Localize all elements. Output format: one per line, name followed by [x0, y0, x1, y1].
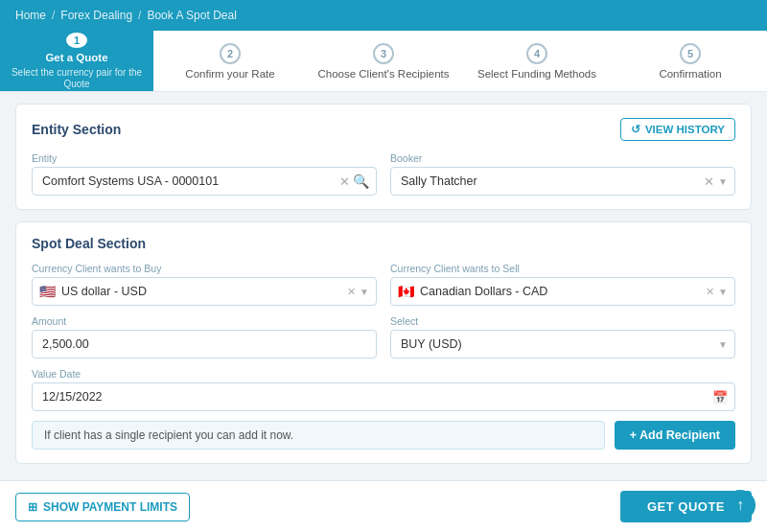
step-2-label: Confirm your Rate	[185, 68, 274, 80]
step-4[interactable]: 4 Select Funding Methods	[460, 31, 614, 91]
sell-flag: 🇨🇦	[398, 284, 414, 299]
breadcrumb-book[interactable]: Book A Spot Deal	[147, 9, 236, 22]
amount-input[interactable]	[32, 330, 377, 359]
limits-icon: ⊞	[28, 500, 37, 514]
view-history-button[interactable]: ↺ VIEW HISTORY	[620, 118, 735, 141]
value-date-row: Value Date 📅	[32, 368, 735, 411]
entity-section-header: Entity Section ↺ VIEW HISTORY	[32, 118, 735, 141]
calendar-icon[interactable]: 📅	[712, 390, 728, 405]
entity-form-row: Entity ✕ 🔍 Booker ✕ ▼	[32, 152, 735, 196]
step-1-sublabel: Select the currency pair for the Quote	[4, 67, 150, 90]
entity-search-icon[interactable]: 🔍	[353, 173, 369, 189]
select-label: Select	[390, 315, 735, 327]
breadcrumb: Home / Forex Dealing / Book A Spot Deal	[15, 9, 237, 22]
step-3[interactable]: 3 Choose Client's Recipients	[307, 31, 460, 91]
main-content: Entity Section ↺ VIEW HISTORY Entity ✕ 🔍…	[0, 92, 767, 475]
spot-deal-title: Spot Deal Section	[32, 236, 146, 251]
sell-currency-arrow-icon[interactable]: ▼	[718, 287, 728, 297]
breadcrumb-sep1: /	[52, 9, 55, 22]
entity-clear-icon[interactable]: ✕	[339, 174, 350, 189]
sell-currency-label: Currency Client wants to Sell	[390, 263, 735, 274]
step-3-circle: 3	[373, 43, 394, 64]
recipient-row: If client has a single recipient you can…	[32, 421, 735, 450]
bottom-bar: ⊞ SHOW PAYMENT LIMITS GET QUOTE	[0, 480, 767, 532]
value-date-label: Value Date	[32, 368, 735, 380]
amount-wrap	[32, 330, 377, 359]
sell-currency-input[interactable]	[390, 277, 735, 306]
buy-currency-label: Currency Client wants to Buy	[32, 263, 377, 274]
select-group: Select BUY (USD) SELL (CAD) ▼	[390, 315, 735, 359]
entity-section-card: Entity Section ↺ VIEW HISTORY Entity ✕ 🔍…	[15, 104, 752, 210]
entity-section-title: Entity Section	[32, 122, 121, 137]
add-recipient-button[interactable]: + Add Recipient	[615, 421, 735, 450]
step-1-label: Get a Quote	[45, 52, 107, 63]
sell-currency-wrap: 🇨🇦 ✕ ▼	[390, 277, 735, 306]
step-5[interactable]: 5 Confirmation	[614, 31, 767, 91]
step-2-circle: 2	[220, 43, 241, 64]
sell-currency-clear-icon[interactable]: ✕	[706, 286, 714, 298]
breadcrumb-home[interactable]: Home	[15, 9, 46, 22]
breadcrumb-sep2: /	[138, 9, 141, 22]
buy-sell-select[interactable]: BUY (USD) SELL (CAD)	[390, 330, 735, 359]
select-wrap: BUY (USD) SELL (CAD) ▼	[390, 330, 735, 359]
amount-label: Amount	[32, 315, 377, 327]
buy-currency-input[interactable]	[32, 277, 377, 306]
buy-currency-group: Currency Client wants to Buy 🇺🇸 ✕ ▼	[32, 263, 377, 306]
step-1-circle: 1	[66, 33, 87, 48]
booker-clear-icon[interactable]: ✕	[704, 174, 714, 189]
booker-label: Booker	[390, 152, 735, 164]
spot-deal-header: Spot Deal Section	[32, 236, 735, 251]
entity-field-group: Entity ✕ 🔍	[32, 152, 377, 196]
add-recipient-label: + Add Recipient	[630, 428, 720, 442]
step-3-label: Choose Client's Recipients	[317, 68, 449, 80]
recipient-hint: If client has a single recipient you can…	[32, 421, 605, 450]
entity-label: Entity	[32, 152, 377, 164]
value-date-group: Value Date 📅	[32, 368, 735, 411]
step-5-label: Confirmation	[659, 68, 721, 80]
scroll-to-top-button[interactable]: ↑	[725, 490, 755, 520]
booker-field-group: Booker ✕ ▼	[390, 152, 735, 196]
step-1[interactable]: 1 Get a Quote Select the currency pair f…	[0, 31, 153, 91]
stepper: 1 Get a Quote Select the currency pair f…	[0, 31, 767, 92]
history-icon: ↺	[631, 123, 640, 136]
get-quote-label: GET QUOTE	[647, 499, 725, 514]
show-payment-limits-button[interactable]: ⊞ SHOW PAYMENT LIMITS	[15, 493, 190, 521]
entity-input[interactable]	[32, 167, 377, 196]
value-date-wrap: 📅	[32, 382, 735, 411]
show-limits-label: SHOW PAYMENT LIMITS	[43, 500, 177, 514]
amount-row: Amount Select BUY (USD) SELL (CAD) ▼	[32, 315, 735, 359]
step-2[interactable]: 2 Confirm your Rate	[153, 31, 307, 91]
entity-input-wrap: ✕ 🔍	[32, 167, 377, 196]
step-4-circle: 4	[526, 43, 547, 64]
topbar: Home / Forex Dealing / Book A Spot Deal	[0, 0, 767, 31]
amount-group: Amount	[32, 315, 377, 359]
value-date-input[interactable]	[32, 382, 735, 411]
step-5-circle: 5	[680, 43, 701, 64]
spot-deal-section-card: Spot Deal Section Currency Client wants …	[15, 221, 752, 464]
buy-currency-wrap: 🇺🇸 ✕ ▼	[32, 277, 377, 306]
currency-row: Currency Client wants to Buy 🇺🇸 ✕ ▼ Curr…	[32, 263, 735, 306]
buy-flag: 🇺🇸	[39, 284, 56, 299]
buy-currency-arrow-icon[interactable]: ▼	[360, 287, 369, 297]
booker-input[interactable]	[390, 167, 735, 196]
buy-currency-clear-icon[interactable]: ✕	[347, 286, 356, 298]
view-history-label: VIEW HISTORY	[645, 124, 725, 135]
booker-input-wrap: ✕ ▼	[390, 167, 735, 196]
step-4-label: Select Funding Methods	[477, 68, 596, 80]
breadcrumb-forex[interactable]: Forex Dealing	[60, 9, 132, 22]
sell-currency-group: Currency Client wants to Sell 🇨🇦 ✕ ▼	[390, 263, 735, 306]
